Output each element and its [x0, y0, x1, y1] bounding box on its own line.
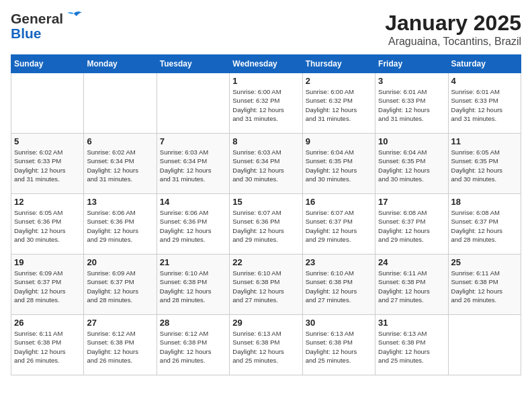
- day-number: 10: [378, 136, 445, 146]
- day-number: 6: [87, 136, 153, 146]
- calendar-body: 1Sunrise: 6:00 AM Sunset: 6:32 PM Daylig…: [11, 73, 521, 375]
- calendar-day-cell: 7Sunrise: 6:03 AM Sunset: 6:34 PM Daylig…: [157, 134, 229, 194]
- day-number: 25: [451, 257, 518, 267]
- calendar-day-cell: 12Sunrise: 6:05 AM Sunset: 6:36 PM Dayli…: [11, 194, 84, 255]
- calendar-week-row: 12Sunrise: 6:05 AM Sunset: 6:36 PM Dayli…: [11, 194, 521, 255]
- day-number: 29: [232, 318, 299, 328]
- day-number: 9: [306, 136, 372, 146]
- day-info: Sunrise: 6:08 AM Sunset: 6:37 PM Dayligh…: [451, 208, 518, 244]
- day-number: 16: [306, 197, 372, 207]
- day-info: Sunrise: 6:07 AM Sunset: 6:37 PM Dayligh…: [306, 208, 372, 244]
- calendar-day-cell: 9Sunrise: 6:04 AM Sunset: 6:35 PM Daylig…: [302, 134, 375, 194]
- day-number: 23: [306, 257, 372, 267]
- calendar-day-cell: 26Sunrise: 6:11 AM Sunset: 6:38 PM Dayli…: [11, 315, 84, 375]
- logo-general: General: [11, 11, 63, 27]
- day-number: 1: [232, 76, 299, 86]
- calendar-day-cell: 30Sunrise: 6:13 AM Sunset: 6:38 PM Dayli…: [302, 315, 375, 375]
- day-number: 21: [160, 257, 226, 267]
- calendar-week-row: 26Sunrise: 6:11 AM Sunset: 6:38 PM Dayli…: [11, 315, 521, 375]
- day-info: Sunrise: 6:11 AM Sunset: 6:38 PM Dayligh…: [451, 269, 518, 304]
- calendar-day-cell: [157, 73, 229, 134]
- day-number: 8: [232, 136, 299, 146]
- calendar-day-cell: 11Sunrise: 6:05 AM Sunset: 6:35 PM Dayli…: [448, 134, 521, 194]
- day-number: 22: [232, 257, 299, 267]
- calendar-day-cell: 23Sunrise: 6:10 AM Sunset: 6:38 PM Dayli…: [302, 255, 375, 315]
- day-info: Sunrise: 6:01 AM Sunset: 6:33 PM Dayligh…: [378, 87, 445, 123]
- day-number: 14: [160, 197, 226, 207]
- day-info: Sunrise: 6:03 AM Sunset: 6:34 PM Dayligh…: [160, 148, 226, 183]
- day-info: Sunrise: 6:05 AM Sunset: 6:35 PM Dayligh…: [451, 148, 518, 183]
- calendar-day-cell: [448, 315, 521, 375]
- day-number: 7: [160, 136, 226, 146]
- calendar-day-cell: 22Sunrise: 6:10 AM Sunset: 6:38 PM Dayli…: [230, 255, 302, 315]
- day-number: 20: [87, 257, 153, 267]
- day-info: Sunrise: 6:13 AM Sunset: 6:38 PM Dayligh…: [232, 329, 299, 365]
- day-info: Sunrise: 6:02 AM Sunset: 6:34 PM Dayligh…: [87, 148, 153, 183]
- day-info: Sunrise: 6:12 AM Sunset: 6:38 PM Dayligh…: [87, 329, 153, 365]
- calendar-day-cell: 1Sunrise: 6:00 AM Sunset: 6:32 PM Daylig…: [230, 73, 302, 134]
- day-number: 27: [87, 318, 153, 328]
- day-info: Sunrise: 6:11 AM Sunset: 6:38 PM Dayligh…: [378, 269, 445, 304]
- days-of-week-row: SundayMondayTuesdayWednesdayThursdayFrid…: [11, 55, 521, 73]
- page-header: General Blue January 2025 Araguaina, Toc…: [11, 11, 521, 48]
- calendar-day-cell: 27Sunrise: 6:12 AM Sunset: 6:38 PM Dayli…: [84, 315, 157, 375]
- day-number: 4: [451, 76, 518, 86]
- day-info: Sunrise: 6:04 AM Sunset: 6:35 PM Dayligh…: [306, 148, 372, 183]
- day-info: Sunrise: 6:06 AM Sunset: 6:36 PM Dayligh…: [87, 208, 153, 244]
- calendar-title-block: January 2025 Araguaina, Tocantins, Brazi…: [385, 11, 521, 48]
- day-of-week-header: Thursday: [302, 55, 375, 73]
- calendar-day-cell: 6Sunrise: 6:02 AM Sunset: 6:34 PM Daylig…: [84, 134, 157, 194]
- calendar-day-cell: [11, 73, 84, 134]
- day-info: Sunrise: 6:09 AM Sunset: 6:37 PM Dayligh…: [14, 269, 81, 304]
- day-info: Sunrise: 6:10 AM Sunset: 6:38 PM Dayligh…: [160, 269, 226, 304]
- calendar-day-cell: 8Sunrise: 6:03 AM Sunset: 6:34 PM Daylig…: [230, 134, 302, 194]
- calendar-day-cell: 18Sunrise: 6:08 AM Sunset: 6:37 PM Dayli…: [448, 194, 521, 255]
- day-info: Sunrise: 6:10 AM Sunset: 6:38 PM Dayligh…: [232, 269, 299, 304]
- day-info: Sunrise: 6:13 AM Sunset: 6:38 PM Dayligh…: [306, 329, 372, 365]
- calendar-week-row: 19Sunrise: 6:09 AM Sunset: 6:37 PM Dayli…: [11, 255, 521, 315]
- day-of-week-header: Wednesday: [230, 55, 302, 73]
- day-number: 13: [87, 197, 153, 207]
- day-info: Sunrise: 6:08 AM Sunset: 6:37 PM Dayligh…: [378, 208, 445, 244]
- day-info: Sunrise: 6:06 AM Sunset: 6:36 PM Dayligh…: [160, 208, 226, 244]
- day-info: Sunrise: 6:13 AM Sunset: 6:38 PM Dayligh…: [378, 329, 445, 365]
- day-info: Sunrise: 6:05 AM Sunset: 6:36 PM Dayligh…: [14, 208, 81, 244]
- calendar-day-cell: 21Sunrise: 6:10 AM Sunset: 6:38 PM Dayli…: [157, 255, 229, 315]
- day-info: Sunrise: 6:00 AM Sunset: 6:32 PM Dayligh…: [306, 87, 372, 123]
- day-info: Sunrise: 6:12 AM Sunset: 6:38 PM Dayligh…: [160, 329, 226, 365]
- calendar-day-cell: 4Sunrise: 6:01 AM Sunset: 6:33 PM Daylig…: [448, 73, 521, 134]
- day-of-week-header: Saturday: [448, 55, 521, 73]
- calendar-day-cell: 20Sunrise: 6:09 AM Sunset: 6:37 PM Dayli…: [84, 255, 157, 315]
- calendar-day-cell: 24Sunrise: 6:11 AM Sunset: 6:38 PM Dayli…: [375, 255, 448, 315]
- calendar-day-cell: 5Sunrise: 6:02 AM Sunset: 6:33 PM Daylig…: [11, 134, 84, 194]
- day-number: 26: [14, 318, 81, 328]
- day-of-week-header: Monday: [84, 55, 157, 73]
- day-number: 18: [451, 197, 518, 207]
- calendar-day-cell: 25Sunrise: 6:11 AM Sunset: 6:38 PM Dayli…: [448, 255, 521, 315]
- calendar-table: SundayMondayTuesdayWednesdayThursdayFrid…: [11, 54, 521, 375]
- calendar-day-cell: 29Sunrise: 6:13 AM Sunset: 6:38 PM Dayli…: [230, 315, 302, 375]
- calendar-subtitle: Araguaina, Tocantins, Brazil: [385, 36, 521, 48]
- day-info: Sunrise: 6:00 AM Sunset: 6:32 PM Dayligh…: [232, 87, 299, 123]
- calendar-day-cell: 2Sunrise: 6:00 AM Sunset: 6:32 PM Daylig…: [302, 73, 375, 134]
- day-info: Sunrise: 6:10 AM Sunset: 6:38 PM Dayligh…: [306, 269, 372, 304]
- calendar-day-cell: 31Sunrise: 6:13 AM Sunset: 6:38 PM Dayli…: [375, 315, 448, 375]
- calendar-week-row: 5Sunrise: 6:02 AM Sunset: 6:33 PM Daylig…: [11, 134, 521, 194]
- day-of-week-header: Friday: [375, 55, 448, 73]
- logo-bird-icon: [64, 11, 83, 26]
- day-info: Sunrise: 6:09 AM Sunset: 6:37 PM Dayligh…: [87, 269, 153, 304]
- calendar-day-cell: 10Sunrise: 6:04 AM Sunset: 6:35 PM Dayli…: [375, 134, 448, 194]
- calendar-week-row: 1Sunrise: 6:00 AM Sunset: 6:32 PM Daylig…: [11, 73, 521, 134]
- day-number: 2: [306, 76, 372, 86]
- calendar-day-cell: 14Sunrise: 6:06 AM Sunset: 6:36 PM Dayli…: [157, 194, 229, 255]
- day-number: 28: [160, 318, 226, 328]
- day-number: 3: [378, 76, 445, 86]
- day-info: Sunrise: 6:04 AM Sunset: 6:35 PM Dayligh…: [378, 148, 445, 183]
- day-number: 30: [306, 318, 372, 328]
- day-number: 24: [378, 257, 445, 267]
- day-info: Sunrise: 6:01 AM Sunset: 6:33 PM Dayligh…: [451, 87, 518, 123]
- day-number: 17: [378, 197, 445, 207]
- day-number: 19: [14, 257, 81, 267]
- calendar-day-cell: 13Sunrise: 6:06 AM Sunset: 6:36 PM Dayli…: [84, 194, 157, 255]
- day-number: 5: [14, 136, 81, 146]
